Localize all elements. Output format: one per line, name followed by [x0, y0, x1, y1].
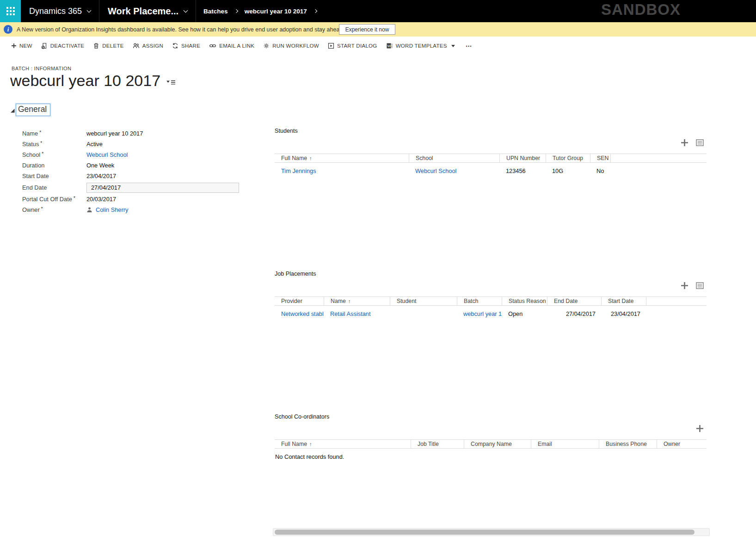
placement-start-date: 23/04/2017 [601, 308, 646, 320]
field-row-portal-cut-off: Portal Cut Off Date* 20/03/2017 [22, 194, 240, 204]
add-student-button[interactable] [681, 139, 688, 147]
general-form: Name* webcurl year 10 2017 Status* Activ… [22, 128, 240, 215]
link-icon [209, 43, 216, 49]
column-header-business-phone[interactable]: Business Phone [599, 440, 657, 448]
svg-text:W: W [387, 44, 391, 48]
general-section-label: General [16, 104, 50, 116]
no-records-message: No Contact records found. [275, 453, 344, 460]
column-header-start-date[interactable]: Start Date [601, 297, 646, 305]
required-marker: * [41, 206, 43, 211]
field-row-name: Name* webcurl year 10 2017 [22, 128, 240, 139]
field-label: Owner* [22, 206, 86, 213]
environment-badge: SANDBOX [601, 1, 681, 19]
school-coordinators-subgrid-title: School Co-ordinators [275, 413, 707, 420]
field-row-owner: Owner* Colin Sherry [22, 204, 240, 215]
column-header-job-title[interactable]: Job Title [411, 440, 464, 448]
field-row-status: Status* Active [22, 139, 240, 149]
app-switcher-menu[interactable]: Work Placeme... [99, 0, 196, 22]
delete-label: DELETE [102, 43, 124, 49]
student-sen: No [590, 165, 610, 177]
student-full-name-link[interactable]: Tim Jennings [281, 167, 316, 174]
open-job-placements-grid-button[interactable] [696, 282, 704, 289]
app-launcher-button[interactable] [0, 0, 21, 22]
share-button[interactable]: SHARE [172, 43, 200, 49]
brand-menu[interactable]: Dynamics 365 [21, 0, 99, 22]
student-school-link[interactable]: Webcurl School [415, 167, 456, 174]
column-header-full-name[interactable]: Full Name↑ [275, 440, 411, 448]
column-header-owner[interactable]: Owner [657, 440, 707, 448]
placement-provider-link[interactable]: Networked stabl... [281, 310, 324, 317]
student-row[interactable]: Tim Jennings Webcurl School 123456 10G N… [275, 165, 707, 177]
deactivate-button[interactable]: DEACTIVATE [41, 43, 85, 49]
owner-link[interactable]: Colin Sherry [96, 206, 128, 213]
new-button[interactable]: NEW [11, 43, 32, 49]
required-marker: * [74, 196, 75, 201]
horizontal-scrollbar-track[interactable] [273, 528, 710, 536]
run-workflow-button[interactable]: RUN WORKFLOW [263, 43, 319, 49]
horizontal-scrollbar-thumb[interactable] [275, 530, 695, 535]
column-header-school[interactable]: School [409, 154, 499, 162]
add-school-coordinator-button[interactable] [696, 425, 704, 432]
grid-view-icon [696, 139, 704, 146]
portal-cut-off-value[interactable]: 20/03/2017 [86, 196, 116, 203]
email-a-link-button[interactable]: EMAIL A LINK [209, 43, 254, 49]
placement-end-date: 27/04/2017 [547, 308, 601, 320]
name-value[interactable]: webcurl year 10 2017 [86, 130, 143, 137]
column-header-full-name[interactable]: Full Name↑ [275, 154, 409, 162]
breadcrumb-entity[interactable]: Batches [203, 8, 228, 15]
job-placements-subgrid-title: Job Placements [275, 271, 707, 277]
placement-batch-link[interactable]: webcurl year 10 ... [463, 310, 502, 317]
deactivate-label: DEACTIVATE [50, 43, 85, 49]
placement-student [390, 308, 457, 320]
dynamics-crm-window: Dynamics 365 Work Placeme... Batches web… [0, 0, 756, 543]
column-header-upn-number[interactable]: UPN Number [499, 154, 546, 162]
grid-view-icon [696, 282, 704, 289]
column-header-sen[interactable]: SEN [590, 154, 610, 162]
placement-name-link[interactable]: Retail Assistant [330, 310, 371, 317]
start-dialog-label: START DIALOG [337, 43, 377, 49]
school-coordinators-header-row: Full Name↑ Job Title Company Name Email … [275, 439, 707, 449]
school-link[interactable]: Webcurl School [86, 151, 128, 158]
form-switcher-icon[interactable] [166, 79, 176, 87]
start-dialog-icon [328, 43, 334, 49]
field-label: Duration [22, 162, 86, 169]
column-header-status-reason[interactable]: Status Reason [502, 297, 547, 305]
column-header-email[interactable]: Email [531, 440, 599, 448]
column-header-tutor-group[interactable]: Tutor Group [546, 154, 590, 162]
column-header-student[interactable]: Student [390, 297, 457, 305]
breadcrumb: Batches webcurl year 10 2017 [196, 0, 325, 22]
add-job-placement-button[interactable] [681, 282, 688, 290]
plus-icon [681, 139, 688, 147]
column-header-batch[interactable]: Batch [457, 297, 502, 305]
command-bar: NEW DEACTIVATE DELETE ASSIGN SHARE EMAIL… [0, 37, 756, 55]
person-icon [86, 207, 92, 213]
start-dialog-button[interactable]: START DIALOG [328, 43, 377, 49]
assign-button[interactable]: ASSIGN [133, 43, 163, 49]
share-label: SHARE [181, 43, 200, 49]
job-placement-row[interactable]: Networked stabl... Retail Assistant webc… [275, 308, 707, 320]
word-document-icon: W [386, 43, 393, 49]
word-templates-button[interactable]: W WORD TEMPLATES [386, 43, 455, 49]
field-row-school: School* Webcurl School [22, 149, 240, 160]
students-subgrid: Students Full Name↑ School UPN Number Tu… [275, 128, 707, 134]
required-marker: * [39, 130, 41, 135]
duration-value[interactable]: One Week [86, 162, 114, 169]
field-label: Status* [22, 141, 86, 148]
breadcrumb-record[interactable]: webcurl year 10 2017 [245, 8, 307, 15]
start-date-value[interactable]: 23/04/2017 [86, 173, 116, 179]
general-section-header[interactable]: General [11, 104, 50, 116]
end-date-input[interactable] [86, 183, 239, 193]
status-value[interactable]: Active [86, 141, 103, 148]
delete-button[interactable]: DELETE [93, 43, 124, 49]
column-header-company-name[interactable]: Company Name [464, 440, 531, 448]
open-students-grid-button[interactable] [696, 139, 704, 146]
column-header-end-date[interactable]: End Date [547, 297, 601, 305]
plus-icon [681, 282, 688, 290]
job-placements-header-row: Provider Name↑ Student Batch Status Reas… [275, 296, 707, 306]
column-header-provider[interactable]: Provider [275, 297, 324, 305]
more-commands-button[interactable]: ⋯ [466, 42, 473, 49]
experience-it-now-button[interactable]: Experience it now [339, 24, 395, 35]
sort-asc-icon: ↑ [309, 441, 312, 447]
column-header-name[interactable]: Name↑ [324, 297, 390, 305]
collapse-triangle-icon [11, 109, 15, 113]
